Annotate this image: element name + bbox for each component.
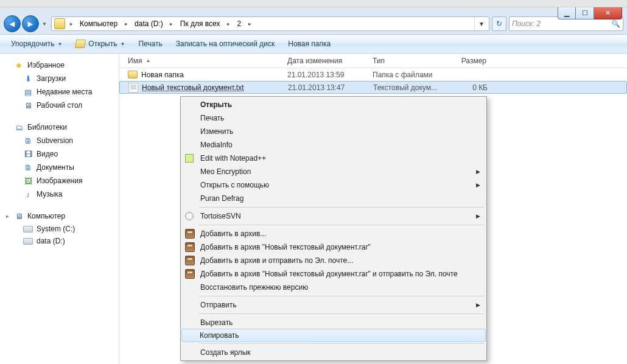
chevron-right-icon[interactable]: ▸ (66, 17, 76, 30)
toolbar-open[interactable]: Открыть▼ (69, 37, 131, 51)
sidebar-item-subversion[interactable]: 🗎Subversion (0, 134, 119, 147)
back-button[interactable]: ◄ (4, 15, 21, 32)
file-name: Новый текстовый документ.txt (142, 83, 244, 92)
drive-icon (23, 226, 33, 233)
history-dropdown[interactable]: ▼ (40, 15, 49, 32)
svn-icon (185, 212, 194, 220)
doc-icon: 🗎 (23, 163, 33, 172)
sort-asc-icon: ▲ (145, 58, 150, 63)
file-size: 0 КБ (446, 83, 492, 92)
breadcrumb-dropdown[interactable]: ▾ (474, 17, 488, 30)
context-menu-item[interactable]: Отправить▶ (182, 298, 485, 312)
col-name[interactable]: Имя▲ (123, 54, 282, 68)
background-window-strip (0, 0, 627, 7)
context-menu-separator (199, 225, 484, 225)
context-menu-item[interactable]: Puran Defrag (182, 192, 485, 205)
context-menu-item[interactable]: Изменить (182, 125, 485, 138)
context-menu-item[interactable]: Вырезать (182, 316, 485, 329)
sidebar-item-recent[interactable]: ▤Недавние места (0, 85, 119, 99)
context-menu-separator (199, 343, 484, 344)
context-menu-label: Открыть (200, 100, 232, 109)
breadcrumb-seg-folder2[interactable]: 2 (234, 17, 245, 30)
context-menu-label: Создать ярлык (200, 348, 251, 357)
chevron-down-icon: ▼ (120, 41, 125, 47)
minimize-button[interactable]: ▁ (558, 7, 576, 19)
drive-icon (23, 238, 33, 245)
context-menu-item[interactable]: Открыть с помощью▶ (182, 178, 485, 192)
refresh-button[interactable]: ↻ (492, 16, 506, 31)
context-menu-item[interactable]: Добавить в архив и отправить по Эл. почт… (182, 254, 485, 267)
context-menu-label: Добавить в архив "Новый текстовый докуме… (200, 243, 371, 251)
sidebar-item-data-d[interactable]: data (D:) (0, 235, 119, 247)
context-menu-item[interactable]: Добавить в архив... (182, 227, 485, 240)
table-row[interactable]: Новый текстовый документ.txt21.01.2013 1… (119, 81, 627, 94)
context-menu-item[interactable]: Meo Encryption▶ (182, 165, 485, 178)
toolbar-organize[interactable]: Упорядочить▼ (5, 37, 68, 51)
sidebar-head-computer[interactable]: ▸🖥Компьютер (0, 209, 119, 223)
context-menu-label: Добавить в архив... (200, 229, 266, 238)
toolbar-newfolder[interactable]: Новая папка (282, 37, 337, 51)
toolbar: Упорядочить▼ Открыть▼ Печать Записать на… (0, 34, 627, 54)
close-button[interactable]: ✕ (594, 7, 622, 19)
sidebar-item-downloads[interactable]: ⬇Загрузки (0, 72, 119, 85)
context-menu-label: Добавить в архив "Новый текстовый докуме… (200, 270, 458, 278)
rar-icon (185, 229, 195, 239)
sidebar-item-system-c[interactable]: System (C:) (0, 223, 119, 235)
context-menu-item[interactable]: Открыть (182, 98, 485, 111)
context-menu-separator (199, 296, 484, 296)
chevron-right-icon[interactable]: ▸ (121, 17, 131, 30)
sidebar-head-favorites[interactable]: ★Избранное (0, 58, 119, 72)
libraries-icon: 🗂 (14, 122, 24, 132)
file-date: 21.01.2013 13:59 (282, 71, 368, 79)
rar-icon (185, 242, 195, 252)
chevron-right-icon[interactable]: ▸ (167, 17, 177, 30)
rar-icon (185, 269, 195, 279)
expand-icon[interactable]: ▸ (5, 213, 10, 219)
breadcrumb-seg-folder1[interactable]: Пк для всех (177, 17, 224, 30)
forward-button[interactable]: ► (22, 15, 39, 32)
context-menu-item[interactable]: Добавить в архив "Новый текстовый докуме… (182, 240, 485, 254)
context-menu-item[interactable]: Добавить в архив "Новый текстовый докуме… (182, 267, 485, 281)
context-menu-item[interactable]: MediaInfo (182, 138, 485, 152)
context-menu-label: TortoiseSVN (200, 212, 241, 220)
breadcrumb-seg-drive[interactable]: data (D:) (131, 17, 167, 30)
sidebar-item-images[interactable]: 🖼Изображения (0, 174, 119, 187)
context-menu-label: Изменить (200, 127, 233, 136)
toolbar-print[interactable]: Печать (132, 37, 168, 51)
maximize-button[interactable]: ☐ (576, 7, 594, 19)
chevron-right-icon[interactable]: ▸ (245, 17, 254, 30)
context-menu-label: Puran Defrag (200, 194, 243, 203)
music-icon: ♪ (23, 189, 33, 199)
download-icon: ⬇ (23, 74, 33, 83)
column-headers: Имя▲ Дата изменения Тип Размер (119, 54, 627, 68)
context-menu-item[interactable]: Edit with Notepad++ (182, 152, 485, 165)
sidebar-item-documents[interactable]: 🗎Документы (0, 161, 119, 174)
context-menu-item[interactable]: Восстановить прежнюю версию (182, 281, 485, 294)
sidebar-item-video[interactable]: 🎞Видео (0, 147, 119, 161)
sidebar-head-libraries[interactable]: 🗂Библиотеки (0, 121, 119, 134)
col-date[interactable]: Дата изменения (282, 54, 368, 68)
context-menu-separator (199, 207, 484, 208)
context-menu-item[interactable]: Печать (182, 111, 485, 125)
folder-icon (128, 71, 138, 79)
breadcrumb-seg-computer[interactable]: Компьютер (76, 17, 121, 30)
col-size[interactable]: Размер (446, 54, 492, 68)
nav-bar: ◄ ► ▼ ▸ Компьютер ▸ data (D:) ▸ Пк для в… (0, 13, 627, 34)
context-menu-label: Вырезать (200, 318, 233, 327)
context-menu-label: Добавить в архив и отправить по Эл. почт… (200, 256, 353, 265)
sidebar-item-desktop[interactable]: 🖥Рабочий стол (0, 99, 119, 112)
context-menu-label: MediaInfo (200, 141, 233, 149)
col-type[interactable]: Тип (368, 54, 446, 68)
image-icon: 🖼 (23, 176, 33, 186)
context-menu-item[interactable]: Копировать (181, 329, 486, 342)
chevron-right-icon: ▶ (476, 302, 480, 308)
table-row[interactable]: Новая папка21.01.2013 13:59Папка с файла… (119, 68, 627, 81)
context-menu-item[interactable]: TortoiseSVN▶ (182, 209, 485, 223)
sidebar-item-music[interactable]: ♪Музыка (0, 187, 119, 201)
toolbar-burn[interactable]: Записать на оптический диск (170, 37, 281, 51)
chevron-right-icon[interactable]: ▸ (224, 17, 234, 30)
context-menu-label: Копировать (200, 331, 239, 340)
doc-icon: 🗎 (23, 136, 33, 145)
context-menu-item[interactable]: Создать ярлык (182, 346, 485, 359)
breadcrumb[interactable]: ▸ Компьютер ▸ data (D:) ▸ Пк для всех ▸ … (51, 16, 489, 31)
